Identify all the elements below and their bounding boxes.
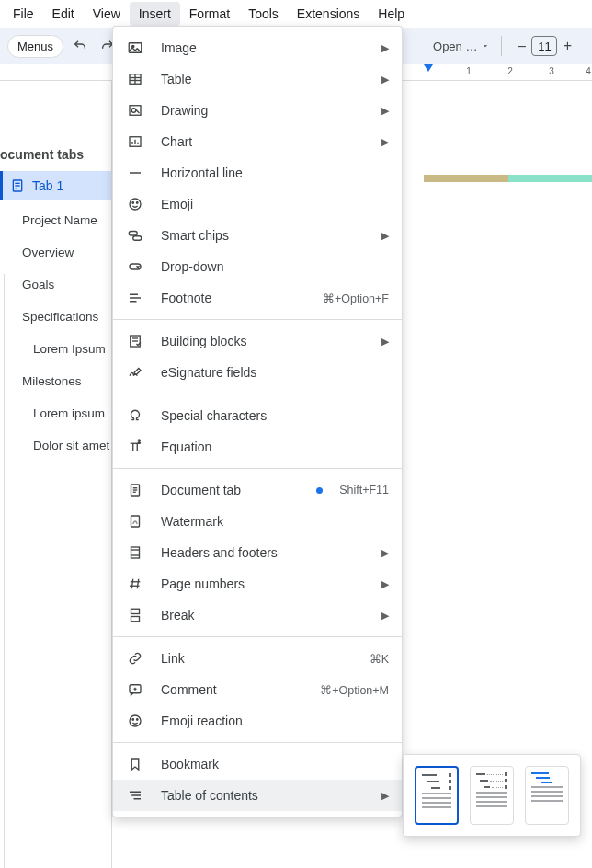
break-icon [126, 606, 144, 624]
svg-text:2: 2 [138, 440, 141, 444]
insert-menu-horizontal-line[interactable]: Horizontal line [113, 157, 402, 188]
indent-marker[interactable] [424, 64, 433, 72]
menu-item-label: Chart [161, 134, 365, 149]
doc-icon [10, 178, 25, 193]
blocks-icon [126, 332, 144, 350]
font-size-input[interactable]: 11 [531, 36, 557, 56]
menu-view[interactable]: View [84, 2, 130, 26]
chevron-right-icon: ▶ [381, 336, 389, 348]
insert-menu-table-of-contents[interactable]: Table of contents▶ [113, 780, 402, 811]
insert-menu-drawing[interactable]: Drawing▶ [113, 95, 402, 126]
chevron-right-icon: ▶ [381, 74, 389, 86]
insert-dropdown: Image▶Table▶Drawing▶Chart▶Horizontal lin… [112, 26, 403, 817]
svg-rect-38 [131, 547, 140, 558]
menu-item-label: Emoji reaction [161, 714, 389, 728]
svg-line-41 [131, 579, 133, 589]
font-label: Open … [433, 40, 477, 53]
menu-item-label: Document tab [161, 483, 294, 497]
insert-menu-esignature-fields[interactable]: eSignature fields [113, 357, 402, 388]
insert-menu-building-blocks[interactable]: Building blocks▶ [113, 326, 402, 357]
insert-menu-headers-and-footers[interactable]: Headers and footers▶ [113, 537, 402, 568]
insert-menu-emoji-reaction[interactable]: Emoji reaction [113, 705, 402, 737]
chevron-right-icon: ▶ [381, 105, 389, 117]
menu-file[interactable]: File [4, 2, 43, 26]
chevron-right-icon: ▶ [381, 42, 389, 54]
menu-shortcut: ⌘+Option+M [320, 683, 389, 697]
menu-format[interactable]: Format [180, 2, 239, 26]
tab-row[interactable]: Tab 1 [0, 171, 111, 200]
ruler-tick-3: 3 [549, 66, 554, 76]
outline-heading[interactable]: Dolor sit amet [0, 429, 111, 462]
insert-menu-drop-down[interactable]: Drop-down [113, 251, 402, 282]
toc-icon [126, 786, 144, 805]
menus-button[interactable]: Menus [7, 35, 63, 58]
ruler-tick-1: 1 [466, 66, 472, 76]
hash-icon [126, 575, 144, 593]
outline-heading[interactable]: Specifications [0, 301, 111, 333]
pi-icon: 2 [126, 438, 144, 456]
insert-menu-chart[interactable]: Chart▶ [113, 126, 402, 157]
insert-menu-watermark[interactable]: Watermark [113, 506, 402, 537]
insert-menu-link[interactable]: Link⌘K [113, 643, 402, 674]
insert-menu-document-tab[interactable]: Document tabShift+F11 [113, 474, 402, 506]
toc-style-links[interactable] [525, 766, 569, 825]
toc-style-dots[interactable] [470, 766, 514, 825]
svg-point-51 [132, 719, 134, 721]
chevron-right-icon: ▶ [381, 790, 389, 802]
insert-menu-bookmark[interactable]: Bookmark [113, 748, 402, 780]
menu-item-label: Horizontal line [161, 166, 389, 180]
menu-separator [113, 468, 402, 469]
menu-separator [113, 319, 402, 320]
insert-menu-equation[interactable]: 2Equation [113, 431, 402, 463]
menu-item-label: Drop-down [161, 259, 389, 274]
insert-menu-image[interactable]: Image▶ [113, 32, 402, 63]
outline-heading[interactable]: Project Name [0, 204, 111, 236]
menu-item-label: Emoji [161, 197, 389, 211]
new-feature-dot [316, 487, 323, 494]
menu-item-label: Bookmark [161, 757, 389, 771]
insert-menu-smart-chips[interactable]: Smart chips▶ [113, 220, 402, 251]
toc-submenu [403, 754, 581, 837]
outline-heading[interactable]: Lorem ipsum [0, 397, 111, 429]
menu-extensions[interactable]: Extensions [288, 2, 369, 26]
insert-menu-emoji[interactable]: Emoji [113, 188, 402, 220]
menu-insert[interactable]: Insert [130, 2, 180, 26]
font-size-minus[interactable]: – [513, 38, 529, 54]
outline-heading[interactable]: Milestones [0, 365, 111, 397]
font-size-plus[interactable]: + [559, 38, 575, 54]
menu-item-label: Building blocks [161, 334, 365, 348]
insert-menu-comment[interactable]: Comment⌘+Option+M [113, 674, 402, 705]
toc-style-plain[interactable] [415, 766, 459, 825]
image-icon [126, 39, 144, 57]
table-icon [126, 70, 144, 88]
insert-menu-page-numbers[interactable]: Page numbers▶ [113, 568, 402, 600]
emoji-icon [126, 195, 144, 213]
menu-edit[interactable]: Edit [43, 2, 84, 26]
chips-icon [126, 226, 144, 245]
esign-icon [126, 363, 144, 382]
watermark-icon [126, 512, 144, 531]
outline-heading[interactable]: Lorem Ipsum [0, 333, 111, 365]
outline-heading[interactable]: Goals [0, 268, 111, 301]
insert-menu-footnote[interactable]: Footnote⌘+Option+F [113, 282, 402, 314]
menu-tools[interactable]: Tools [239, 2, 288, 26]
chevron-right-icon: ▶ [381, 547, 389, 559]
insert-menu-break[interactable]: Break▶ [113, 600, 402, 631]
insert-menu-special-characters[interactable]: Special characters [113, 400, 402, 431]
undo-icon[interactable] [69, 35, 91, 57]
svg-rect-20 [129, 232, 137, 236]
menu-item-label: eSignature fields [161, 365, 389, 380]
insert-menu-table[interactable]: Table▶ [113, 63, 402, 95]
outline-headings: Project Name Overview Goals Specificatio… [0, 200, 111, 462]
menu-item-label: Footnote [161, 291, 306, 305]
svg-rect-45 [131, 609, 140, 613]
menu-item-label: Comment [161, 682, 303, 697]
menu-help[interactable]: Help [369, 2, 414, 26]
menu-separator [113, 742, 402, 743]
font-select[interactable]: Open … [433, 40, 490, 53]
chevron-right-icon: ▶ [381, 578, 389, 590]
svg-point-18 [132, 202, 134, 204]
menu-item-label: Drawing [161, 103, 365, 118]
menu-item-label: Table [161, 72, 365, 86]
outline-heading[interactable]: Overview [0, 236, 111, 268]
